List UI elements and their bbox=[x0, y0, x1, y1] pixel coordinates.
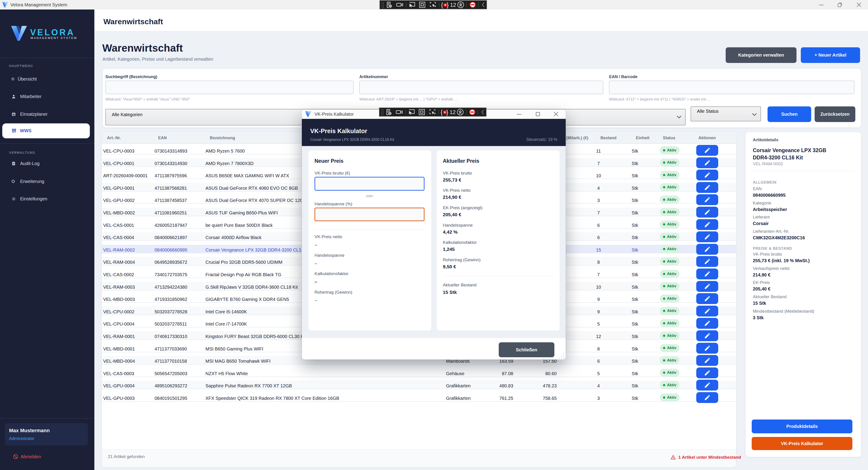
svg-text:12: 12 bbox=[450, 2, 456, 8]
svg-text:{: { bbox=[441, 2, 443, 8]
svg-text:{: { bbox=[440, 109, 443, 116]
svg-text:12: 12 bbox=[450, 109, 456, 115]
